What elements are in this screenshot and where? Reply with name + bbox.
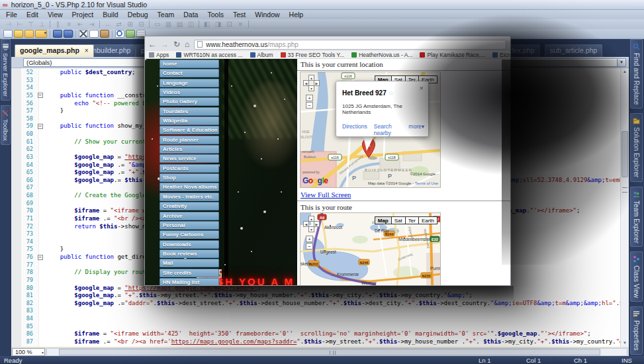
- info-link-directions[interactable]: Directions: [342, 123, 367, 136]
- sidebar-item-book-reviews[interactable]: Book reviews: [160, 250, 219, 258]
- save-all-icon[interactable]: [64, 30, 73, 38]
- forward-icon[interactable]: →: [161, 40, 169, 49]
- panel-tab-server-explorer[interactable]: Server Explorer: [1, 39, 11, 101]
- panel-tab-class-view[interactable]: Class View: [630, 251, 643, 302]
- collapse-icon[interactable]: −: [38, 93, 43, 98]
- vscroll-thumb[interactable]: [621, 131, 628, 177]
- sidebar-item-site-credits[interactable]: Site credits: [160, 269, 219, 277]
- sidebar-item-personal[interactable]: Personal: [160, 221, 219, 230]
- menu-project[interactable]: Project: [68, 10, 99, 19]
- format-tool-icon[interactable]: ⇤: [75, 20, 86, 28]
- view-full-screen-link[interactable]: View Full Screen: [300, 191, 351, 199]
- sidebar-item-contact[interactable]: Contact: [160, 69, 219, 77]
- menu-tools[interactable]: Tools: [203, 10, 228, 19]
- bookmark-wrt610n-as-access-[interactable]: WRT610N as access ...: [176, 52, 242, 58]
- close-icon[interactable]: ×: [420, 85, 424, 91]
- format-tool-icon[interactable]: ◨: [212, 20, 224, 28]
- zoom-out-icon[interactable]: −: [306, 243, 313, 250]
- home-icon[interactable]: ⌂: [185, 40, 189, 49]
- close-icon[interactable]: ×: [85, 47, 89, 54]
- editor-vertical-scrollbar[interactable]: ▲ ▼: [620, 68, 629, 347]
- bookmark-apps[interactable]: Apps: [149, 52, 169, 58]
- address-bar[interactable]: www.heathernova.us/maps.php: [194, 40, 506, 50]
- bookmark-play-kamikaze-race-[interactable]: Play Kamikaze Race,...: [420, 52, 485, 58]
- menu-file[interactable]: File: [1, 10, 22, 19]
- info-link-search-nearby[interactable]: Search nearby: [374, 123, 402, 136]
- google-logo[interactable]: powered by Google: [302, 170, 328, 186]
- panel-tab-solution-explorer[interactable]: Solution Explorer: [630, 113, 643, 181]
- menu-data[interactable]: Data: [179, 10, 203, 19]
- sidebar-item-funny-cartoons[interactable]: Funny Cartoons: [160, 230, 219, 239]
- reload-icon[interactable]: ↻: [173, 40, 180, 49]
- pan-right-icon[interactable]: ▶: [314, 80, 320, 86]
- sidebar-item-software-education[interactable]: Software & Education: [160, 126, 219, 134]
- pan-right-icon[interactable]: ▶: [314, 221, 320, 227]
- format-tool-icon[interactable]: ▥: [163, 20, 174, 28]
- bookmark-eicra-com-web-de-[interactable]: Eicra.com - Web De...: [492, 52, 510, 58]
- info-link-more-[interactable]: more▾: [408, 123, 424, 136]
- panel-tab-properties[interactable]: Properties: [630, 306, 643, 355]
- paste-icon[interactable]: [100, 30, 109, 38]
- sidebar-item-shop[interactable]: Shop: [160, 173, 219, 182]
- back-icon[interactable]: ←: [148, 40, 156, 49]
- chevron-down-icon[interactable]: ▼: [617, 59, 625, 66]
- menu-test[interactable]: Test: [228, 10, 250, 19]
- sidebar-item-language[interactable]: Language: [160, 79, 219, 87]
- tab-google_maps.php[interactable]: google_maps.php×: [15, 44, 94, 57]
- sidebar-item-heather-nova-albums[interactable]: Heather Nova albums: [160, 183, 219, 191]
- open-arrow-icon[interactable]: [35, 30, 47, 38]
- add-icon[interactable]: [14, 30, 23, 38]
- tab-sub_article.php[interactable]: sub_article.php: [545, 44, 602, 57]
- format-tool-icon[interactable]: ⇄: [113, 20, 124, 28]
- format-tool-icon[interactable]: ⊤: [25, 20, 36, 28]
- scroll-down-icon[interactable]: ▼: [621, 340, 629, 347]
- menu-help[interactable]: Help: [285, 10, 308, 19]
- browser-window[interactable]: ← → ↻ ⌂ www.heathernova.us/maps.php Apps…: [144, 36, 511, 286]
- format-tool-icon[interactable]: ⊡: [224, 20, 235, 28]
- panel-tab-toolbox[interactable]: Toolbox: [1, 105, 11, 145]
- format-tool-icon[interactable]: ∥: [52, 20, 64, 28]
- comment-icon[interactable]: [126, 30, 135, 38]
- map-type-button-sat[interactable]: Sat: [392, 216, 406, 224]
- zoom-in-icon[interactable]: +: [306, 95, 313, 101]
- panel-tab-find-and-replace[interactable]: Find and Replace: [630, 39, 643, 109]
- pan-down-icon[interactable]: ▼: [308, 85, 314, 91]
- bookmark-album[interactable]: Album: [250, 52, 273, 58]
- sidebar-item-videos[interactable]: Videos: [160, 88, 219, 97]
- copy-icon[interactable]: [89, 30, 99, 38]
- editor-horizontal-scrollbar[interactable]: [46, 348, 627, 356]
- cut-icon[interactable]: [79, 30, 88, 38]
- format-tool-icon[interactable]: ⊥: [36, 20, 48, 28]
- menu-window[interactable]: Window: [250, 10, 284, 19]
- format-tool-icon[interactable]: ▭: [152, 20, 163, 28]
- menu-build[interactable]: Build: [98, 10, 122, 19]
- zoom-out-icon[interactable]: −: [306, 102, 313, 109]
- hscroll-thumb[interactable]: [59, 349, 600, 355]
- collapse-icon[interactable]: −: [38, 124, 43, 129]
- sidebar-item-archive[interactable]: Archive: [160, 212, 219, 220]
- sidebar-item-photo-gallery[interactable]: Photo Gallery: [160, 97, 219, 106]
- menu-edit[interactable]: Edit: [22, 10, 43, 19]
- bookmark-33-free-seo-tools-y-[interactable]: 33 Free SEO Tools Y...: [281, 52, 345, 58]
- sidebar-item-tourdates[interactable]: Tourdates: [160, 107, 219, 116]
- format-tool-icon[interactable]: ≡: [235, 20, 246, 28]
- format-tool-icon[interactable]: ≡: [64, 20, 75, 28]
- sidebar-item-news-service[interactable]: News service: [160, 154, 219, 163]
- sidebar-item-home[interactable]: home: [160, 60, 219, 68]
- map-type-button-ter[interactable]: Ter: [406, 216, 419, 224]
- map-type-button-map[interactable]: Map: [375, 216, 392, 224]
- zoom-selector[interactable]: 100 %: [12, 348, 45, 356]
- format-tool-icon[interactable]: ◧: [201, 20, 212, 28]
- menu-team[interactable]: Team: [153, 10, 179, 19]
- menu-view[interactable]: View: [43, 10, 68, 19]
- format-tool-icon[interactable]: ⊣: [3, 20, 14, 28]
- new-icon[interactable]: [3, 30, 13, 38]
- format-tool-icon[interactable]: ⇥: [86, 20, 97, 28]
- format-tool-icon[interactable]: ⊟: [136, 20, 147, 28]
- save-icon[interactable]: [53, 30, 62, 38]
- zoom-in-icon[interactable]: +: [306, 236, 313, 242]
- splitter-grip[interactable]: [622, 187, 627, 193]
- terms-of-use-link[interactable]: Terms of Use: [415, 181, 438, 185]
- sidebar-item-articles[interactable]: Articles: [160, 145, 219, 154]
- title-bar[interactable]: ∞ horizon_5_0 - VS.Php 2.10 for Visual S…: [0, 0, 644, 10]
